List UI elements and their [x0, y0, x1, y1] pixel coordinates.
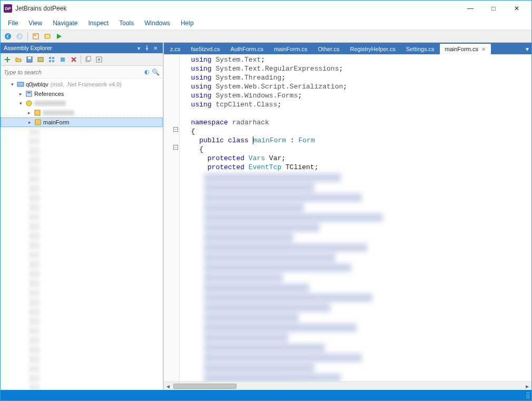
menu-tools[interactable]: Tools: [114, 18, 139, 28]
save-list-button[interactable]: [24, 54, 35, 65]
assembly-icon: [16, 80, 25, 89]
tab-label: mainForm.cs: [445, 46, 479, 52]
redacted-region: [29, 129, 40, 390]
remove-button[interactable]: [68, 54, 79, 65]
minimize-button[interactable]: —: [459, 1, 482, 16]
copy-button[interactable]: [83, 54, 93, 65]
horizontal-scrollbar[interactable]: ◂ ▸: [164, 382, 531, 390]
menu-inspect[interactable]: Inspect: [83, 18, 114, 28]
search-icon[interactable]: 🔍: [152, 69, 160, 76]
gac-button[interactable]: [35, 54, 46, 65]
class-icon: [34, 118, 42, 126]
editor-panel: z.cs fse5tzvd.cs AuthForm.cs mainForm.cs…: [164, 43, 531, 390]
fold-toggle[interactable]: −: [173, 127, 178, 132]
redacted-label: [34, 101, 66, 106]
scroll-thumb[interactable]: [173, 384, 237, 389]
nav-back-button[interactable]: [3, 31, 13, 42]
panel-close-icon[interactable]: ✕: [151, 44, 160, 52]
panel-pin-icon[interactable]: [143, 44, 151, 52]
tab-settings[interactable]: Settings.cs: [401, 44, 440, 54]
tab-mainform-1[interactable]: mainForm.cs: [269, 44, 313, 54]
panel-header[interactable]: Assembly Explorer ▾ ✕: [1, 43, 163, 53]
menu-view[interactable]: View: [23, 18, 47, 28]
svg-rect-22: [35, 120, 41, 125]
code-area[interactable]: using System.Text; using System.Text.Reg…: [180, 54, 531, 382]
svg-rect-18: [26, 91, 32, 96]
expand-all-button[interactable]: [46, 54, 57, 65]
svg-rect-21: [35, 110, 40, 115]
expand-icon[interactable]: ▸: [26, 119, 33, 125]
tab-fse5tzvd[interactable]: fse5tzvd.cs: [186, 44, 225, 54]
tab-authform[interactable]: AuthForm.cs: [225, 44, 269, 54]
svg-rect-4: [45, 34, 50, 38]
svg-rect-17: [17, 82, 24, 86]
menu-navigate[interactable]: Navigate: [47, 18, 83, 28]
add-assembly-button[interactable]: [2, 54, 13, 65]
expand-icon[interactable]: ▾: [17, 100, 24, 106]
nav-forward-button[interactable]: [14, 31, 25, 42]
main-toolbar: [1, 30, 531, 43]
svg-rect-20: [26, 101, 32, 106]
svg-point-1: [16, 33, 23, 40]
tree-mainform-node[interactable]: ▸ mainForm: [1, 118, 163, 127]
expand-icon[interactable]: ▸: [26, 110, 32, 116]
editor-tabs: z.cs fse5tzvd.cs AuthForm.cs mainForm.cs…: [164, 43, 531, 54]
tree-references-node[interactable]: ▸ References: [1, 89, 163, 99]
app-icon: DP: [4, 4, 12, 13]
maximize-button[interactable]: □: [482, 1, 505, 16]
menu-windows[interactable]: Windows: [139, 18, 175, 28]
search-row: ◐ 🔍: [1, 66, 163, 79]
window-title: JetBrains dotPeek: [15, 5, 459, 12]
tabs-dropdown-icon[interactable]: ▾: [523, 44, 531, 54]
fold-toggle[interactable]: −: [173, 145, 178, 150]
svg-rect-7: [38, 57, 43, 62]
resize-grip-icon[interactable]: ⣿: [526, 392, 529, 399]
search-input[interactable]: [4, 69, 144, 75]
expand-icon[interactable]: ▸: [17, 91, 24, 97]
open-folder-button[interactable]: [13, 54, 24, 65]
tree-label: q0jwblqv: [26, 81, 48, 87]
toolbar-separator: [27, 32, 28, 41]
close-button[interactable]: ✕: [505, 1, 528, 16]
namespace-icon: [25, 99, 33, 107]
svg-rect-12: [61, 57, 65, 62]
menubar: File View Navigate Inspect Tools Windows…: [1, 16, 531, 30]
search-options-icon[interactable]: ◐: [144, 69, 150, 76]
menu-help[interactable]: Help: [175, 18, 199, 28]
svg-rect-3: [34, 35, 36, 36]
svg-rect-2: [33, 34, 38, 39]
svg-point-16: [98, 58, 100, 61]
gutter[interactable]: − −: [164, 54, 180, 382]
panel-options-icon[interactable]: ▾: [134, 44, 143, 52]
titlebar: DP JetBrains dotPeek — □ ✕: [1, 1, 531, 16]
assembly-tree[interactable]: ▾ q0jwblqv (msil, .Net Framework v4.0) ▸…: [1, 79, 163, 390]
references-icon: [25, 90, 33, 98]
scroll-right-icon[interactable]: ▸: [523, 383, 531, 390]
tree-assembly-node[interactable]: ▾ q0jwblqv (msil, .Net Framework v4.0): [1, 80, 163, 89]
menu-file[interactable]: File: [3, 18, 23, 28]
svg-rect-8: [49, 57, 51, 59]
properties-button[interactable]: [31, 31, 41, 42]
panel-toolbar-separator: [81, 55, 81, 64]
tab-close-icon[interactable]: ✕: [481, 46, 486, 52]
svg-rect-6: [28, 57, 31, 59]
run-button[interactable]: [54, 31, 64, 42]
tab-other[interactable]: Other.cs: [313, 44, 345, 54]
tree-class-node[interactable]: ▸: [1, 108, 163, 118]
scroll-left-icon[interactable]: ◂: [164, 383, 172, 390]
tab-z[interactable]: z.cs: [165, 44, 186, 54]
panel-toolbar: [1, 53, 163, 66]
svg-rect-19: [27, 92, 31, 93]
pdb-button[interactable]: [94, 54, 104, 65]
tree-label: References: [34, 91, 64, 97]
tree-meta: (msil, .Net Framework v4.0): [51, 81, 122, 87]
show-class-button[interactable]: [42, 31, 53, 42]
collapse-all-button[interactable]: [57, 54, 68, 65]
svg-point-0: [5, 33, 11, 40]
expand-icon[interactable]: ▾: [9, 81, 15, 87]
assembly-explorer-panel: Assembly Explorer ▾ ✕: [1, 43, 164, 390]
tab-registryhelper[interactable]: RegistryHelper.cs: [344, 44, 400, 54]
tree-namespace-node[interactable]: ▾: [1, 99, 163, 108]
tab-mainform-active[interactable]: mainForm.cs ✕: [440, 44, 491, 54]
svg-rect-11: [52, 60, 54, 62]
